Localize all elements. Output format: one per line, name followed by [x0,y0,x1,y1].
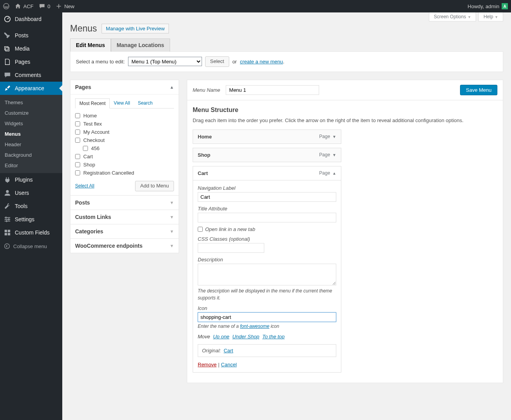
page-check-home[interactable]: Home [75,112,174,120]
move-line: Move Up one Under Shop To the top [198,334,336,340]
comments-link[interactable]: 0 [39,3,50,9]
sub-item-customize[interactable]: Customize [0,108,62,118]
menu-structure-instructions: Drag each item into the order you prefer… [193,117,497,123]
sidebar-label: Posts [15,32,28,38]
tab-edit-menus[interactable]: Edit Menus [70,38,111,52]
tab-search[interactable]: Search [134,98,156,108]
wp-logo[interactable] [3,3,9,9]
sidebar-label: Comments [15,72,41,78]
sidebar-item-tools[interactable]: Tools [0,200,62,213]
icon-input[interactable] [198,312,336,322]
open-new-tab-row[interactable]: Open link in a new tab [198,226,336,232]
icon-hint: Enter the name of a font-awesome icon [198,323,336,330]
sidebar-item-pages[interactable]: Pages [0,55,62,68]
select-all-link[interactable]: Select All [75,183,94,189]
menu-name-input[interactable] [226,85,319,95]
menu-item-shop[interactable]: Shop Page▼ [193,148,341,162]
remove-cancel-line: Remove|Cancel [198,362,336,368]
menu-item-home[interactable]: Home Page▼ [193,130,341,144]
sub-item-background[interactable]: Background [0,150,62,160]
site-name-link[interactable]: ACF [15,3,33,9]
avatar: A [502,3,508,9]
remove-link[interactable]: Remove [198,362,216,368]
original-link[interactable]: Cart [224,348,234,354]
howdy-link[interactable]: Howdy, adminA [468,3,508,9]
sidebar-item-settings[interactable]: Settings [0,213,62,226]
sub-item-editor[interactable]: Editor [0,160,62,171]
menu-edit-panel: Menu Name Save Menu Menu Structure Drag … [187,80,503,383]
chevron-down-icon[interactable]: ▼ [332,135,336,139]
move-up-one-link[interactable]: Up one [213,334,229,340]
tab-manage-locations[interactable]: Manage Locations [111,38,170,52]
svg-rect-8 [6,220,7,222]
sidebar-item-media[interactable]: Media [0,42,62,55]
live-preview-button[interactable]: Manage with Live Preview [102,24,169,33]
sidebar-item-appearance[interactable]: Appearance [0,82,62,95]
sidebar-label: Media [15,46,30,52]
chevron-up-icon[interactable]: ▲ [332,171,336,175]
chevron-down-icon: ▼ [170,229,174,234]
nav-label-label: Navigation Label [198,185,336,191]
sub-item-themes[interactable]: Themes [0,97,62,108]
chevron-down-icon[interactable]: ▼ [332,153,336,157]
new-content-link[interactable]: New [56,3,74,9]
page-title-text: Menus [70,23,97,34]
menu-item-cart-settings: Navigation Label Title Attribute Open li… [193,180,341,373]
open-new-tab-checkbox[interactable] [198,227,203,232]
sidebar-item-comments[interactable]: Comments [0,68,62,82]
page-check-my-account[interactable]: My Account [75,128,174,136]
howdy-text: Howdy, admin [468,4,499,9]
original-box: Original: Cart [198,344,336,357]
custom-links-box-header[interactable]: Custom Links▼ [70,210,179,224]
open-new-tab-label: Open link in a new tab [205,226,255,232]
posts-box-header[interactable]: Posts▼ [70,196,179,210]
page-check-checkout[interactable]: Checkout [75,136,174,144]
svg-rect-10 [8,230,10,232]
sidebar-item-custom-fields[interactable]: Custom Fields [0,226,62,239]
select-button[interactable]: Select [205,56,229,67]
svg-rect-6 [6,217,7,219]
description-textarea[interactable] [198,264,336,285]
help-button[interactable]: Help▼ [478,12,503,21]
create-menu-link[interactable]: create a new menu [240,59,283,65]
sidebar-label: Custom Fields [15,229,49,236]
collapse-menu[interactable]: Collapse menu [0,239,62,253]
chevron-up-icon: ▲ [170,85,174,89]
title-attr-input[interactable] [198,213,336,222]
save-menu-button[interactable]: Save Menu [460,85,497,95]
nav-tabs: Edit Menus Manage Locations [70,38,503,52]
categories-box-header[interactable]: Categories▼ [70,224,179,239]
description-hint: The description will be displayed in the… [198,287,336,301]
page-check-reg-cancelled[interactable]: Registration Cancelled [75,169,174,177]
page-check-test-flex[interactable]: Test flex [75,120,174,128]
sub-item-header[interactable]: Header [0,139,62,150]
page-check-shop[interactable]: Shop [75,161,174,169]
woocommerce-box-header[interactable]: WooCommerce endpoints▼ [70,239,179,253]
page-check-456[interactable]: 456 [75,144,174,152]
menu-select-dropdown[interactable]: Menu 1 (Top Menu) [128,57,202,66]
css-classes-input[interactable] [198,243,264,253]
sidebar-item-plugins[interactable]: Plugins [0,173,62,186]
font-awesome-link[interactable]: font-awesome [240,324,269,329]
tab-most-recent[interactable]: Most Recent [75,98,110,108]
move-under-shop-link[interactable]: Under Shop [232,334,259,340]
sub-item-menus[interactable]: Menus [0,129,62,139]
svg-rect-12 [8,233,10,235]
sidebar-item-users[interactable]: Users [0,186,62,200]
menu-header: Menu Name Save Menu [187,80,503,100]
pages-box-header[interactable]: Pages▲ [70,80,179,94]
content-area: Screen Options▼ Help▼ Menus Manage with … [62,12,511,420]
tab-view-all[interactable]: View All [110,98,134,108]
cancel-link[interactable]: Cancel [221,362,237,368]
screen-options-button[interactable]: Screen Options▼ [429,12,476,21]
sidebar-item-posts[interactable]: Posts [0,29,62,42]
menu-item-cart[interactable]: Cart Page▲ [193,166,341,180]
nav-label-input[interactable] [198,192,336,202]
sidebar-item-dashboard[interactable]: Dashboard [0,12,62,26]
sub-item-widgets[interactable]: Widgets [0,118,62,129]
add-to-menu-button[interactable]: Add to Menu [135,181,174,191]
page-check-cart[interactable]: Cart [75,152,174,161]
move-to-top-link[interactable]: To the top [262,334,284,340]
add-items-panel: Pages▲ Most Recent View All Search Home … [70,80,179,383]
select-menu-label: Select a menu to edit: [76,59,125,65]
